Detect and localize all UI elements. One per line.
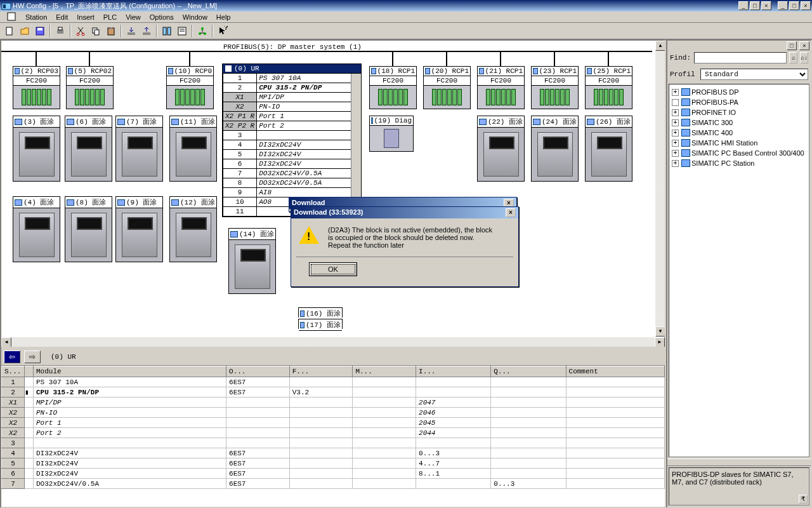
- table-row[interactable]: 2▮CPU 315-2 PN/DP6ES7V3.2: [2, 387, 665, 398]
- rack-row[interactable]: 6DI32xDC24V: [223, 159, 361, 169]
- table-row[interactable]: 7DO32xDC24V/0.5A6ES70...3: [2, 479, 665, 489]
- app-restore-button[interactable]: □: [789, 1, 799, 10]
- catalog-splitter[interactable]: [667, 458, 811, 466]
- new-button[interactable]: [3, 24, 16, 38]
- drive-node[interactable]: (12) 面涂: [169, 196, 217, 262]
- small-node[interactable]: (16) 面涂: [298, 307, 343, 318]
- table-row[interactable]: 1PS 307 10A6ES7: [2, 377, 665, 387]
- drive-node[interactable]: (26) 面涂: [585, 116, 632, 182]
- properties-button[interactable]: [175, 24, 189, 38]
- rcp-node[interactable]: (25) RCP1FC200: [585, 66, 632, 109]
- drive-node[interactable]: (22) 面涂: [477, 116, 525, 182]
- menu-options[interactable]: Options: [146, 13, 178, 22]
- find-next-button[interactable]: ⌕↓: [800, 52, 808, 64]
- find-button[interactable]: ⌕: [789, 52, 797, 64]
- catalog-pin-button[interactable]: □: [787, 41, 797, 50]
- rack-row[interactable]: 9AI8: [223, 188, 361, 197]
- rcp-node[interactable]: (20) RCP1FC200: [423, 66, 471, 109]
- rcp-node[interactable]: (2) RCP03FC200: [13, 66, 60, 109]
- doc-restore-button[interactable]: □: [750, 1, 760, 10]
- download-button[interactable]: [124, 24, 138, 38]
- catalog-desc-collapse-button[interactable]: ₹: [799, 495, 808, 504]
- table-row[interactable]: 5DI32xDC24V6ES74...7: [2, 458, 665, 469]
- drive-node[interactable]: (24) 面涂: [531, 116, 579, 182]
- rack-row[interactable]: X2PN-IO: [223, 102, 361, 112]
- drive-node[interactable]: (9) 面涂: [115, 196, 163, 262]
- find-input[interactable]: [694, 52, 787, 64]
- app-close-button[interactable]: ×: [801, 1, 811, 10]
- table-row[interactable]: X2PN-IO2046: [2, 408, 665, 418]
- profile-select[interactable]: Standard: [700, 69, 808, 80]
- save-button[interactable]: [33, 24, 47, 38]
- tree-expand-icon[interactable]: +: [672, 89, 679, 96]
- canvas-vscrollbar[interactable]: ▲▼: [655, 41, 665, 337]
- copy-button[interactable]: [89, 24, 103, 38]
- table-row[interactable]: X2Port 22044: [2, 428, 665, 438]
- tree-item[interactable]: +SIMATIC 300: [672, 117, 806, 128]
- paste-button[interactable]: [104, 24, 118, 38]
- menu-station[interactable]: Station: [22, 13, 51, 22]
- tree-expand-icon[interactable]: +: [672, 150, 679, 157]
- catalog-button[interactable]: [160, 24, 174, 38]
- tree-item[interactable]: +PROFINET IO: [672, 107, 806, 117]
- drive-node[interactable]: (8) 面涂: [65, 196, 112, 262]
- nav-forward-button[interactable]: ⇨: [24, 351, 41, 363]
- table-row[interactable]: X1MPI/DP2047: [2, 398, 665, 408]
- upload-button[interactable]: [140, 24, 154, 38]
- canvas-hscrollbar[interactable]: ◄►: [1, 337, 665, 347]
- tree-item[interactable]: +PROFIBUS DP: [672, 87, 806, 97]
- print-button[interactable]: [53, 24, 67, 38]
- rack-row[interactable]: X2 P1 RPort 1: [223, 112, 361, 121]
- module-table[interactable]: S...ModuleO...F...M...I...Q...Comment1PS…: [1, 366, 665, 507]
- doc-close-button[interactable]: ×: [761, 1, 771, 10]
- menu-help[interactable]: Help: [213, 13, 235, 22]
- tree-expand-icon[interactable]: +: [672, 109, 679, 116]
- tree-item[interactable]: PROFIBUS-PA: [672, 97, 806, 107]
- rack-row[interactable]: 8DO32xDC24V/0.5A: [223, 178, 361, 188]
- rcp-node[interactable]: (18) RCP1FC200: [369, 66, 417, 109]
- catalog-tree[interactable]: +PROFIBUS DP PROFIBUS-PA+PROFINET IO+SIM…: [669, 84, 809, 457]
- rack-row[interactable]: 2CPU 315-2 PN/DP: [223, 83, 361, 93]
- ok-button[interactable]: OK: [309, 262, 357, 276]
- rcp-node[interactable]: (5) RCP02FC200: [66, 66, 114, 109]
- table-row[interactable]: 6DI32xDC24V6ES78...1: [2, 469, 665, 479]
- table-row[interactable]: 3: [2, 438, 665, 448]
- rack-row[interactable]: 7DO32xDC24V/0.5A: [223, 169, 361, 178]
- rack-scrollbar[interactable]: [351, 74, 361, 217]
- drive-node[interactable]: (6) 面涂: [65, 116, 112, 182]
- doc-minimize-button[interactable]: _: [738, 1, 749, 10]
- catalog-close-button[interactable]: ×: [799, 41, 809, 50]
- menu-insert[interactable]: Insert: [73, 13, 98, 22]
- rack-row[interactable]: 3: [223, 131, 361, 140]
- rcp-node[interactable]: (21) RCP1FC200: [477, 66, 525, 109]
- menu-plc[interactable]: PLC: [100, 13, 121, 22]
- rack-ur[interactable]: (0) UR 1PS 307 10A2CPU 315-2 PN/DPX1MPI/…: [222, 64, 362, 217]
- tree-expand-icon[interactable]: [672, 99, 679, 106]
- open-button[interactable]: [18, 24, 32, 38]
- rack-row[interactable]: 4DI32xDC24V: [223, 140, 361, 150]
- nav-back-button[interactable]: ⇦: [4, 351, 20, 363]
- rack-row[interactable]: X1MPI/DP: [223, 93, 361, 102]
- rack-row[interactable]: 5DI32xDC24V: [223, 150, 361, 159]
- app-minimize-button[interactable]: _: [778, 1, 788, 10]
- rcp-node[interactable]: (23) RCP1FC200: [531, 66, 579, 109]
- tree-expand-icon[interactable]: +: [672, 140, 679, 147]
- diag-node[interactable]: (19) Diag: [369, 116, 414, 152]
- cut-button[interactable]: [74, 24, 88, 38]
- rack-row[interactable]: X2 P2 RPort 2: [223, 121, 361, 131]
- drive-node[interactable]: (11) 面涂: [169, 116, 217, 182]
- menu-view[interactable]: View: [122, 13, 145, 22]
- drive-node[interactable]: (4) 面涂: [13, 196, 60, 262]
- menu-edit[interactable]: Edit: [52, 13, 72, 22]
- tree-item[interactable]: +SIMATIC HMI Station: [672, 138, 806, 148]
- dialog-close-button[interactable]: ×: [506, 208, 516, 217]
- menu-window[interactable]: Window: [179, 13, 211, 22]
- help-pointer-button[interactable]: ?: [216, 24, 230, 38]
- tree-item[interactable]: +SIMATIC PC Station: [672, 158, 806, 168]
- rack-row[interactable]: 1PS 307 10A: [223, 74, 361, 83]
- network-button[interactable]: [195, 24, 209, 38]
- drive-node[interactable]: (3) 面涂: [13, 116, 60, 182]
- tree-item[interactable]: +SIMATIC 400: [672, 128, 806, 138]
- tree-expand-icon[interactable]: +: [672, 119, 679, 126]
- table-row[interactable]: 4DI32xDC24V6ES70...3: [2, 448, 665, 458]
